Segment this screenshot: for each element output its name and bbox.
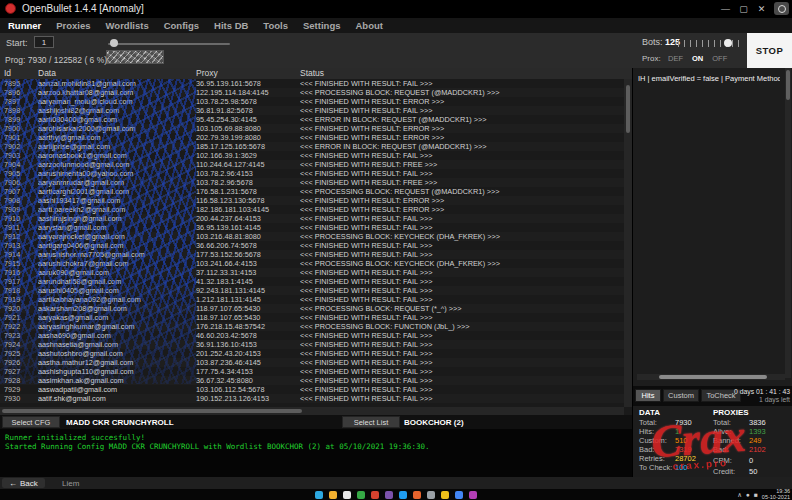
tray-clock[interactable]: 19:36 05-10-2021: [762, 489, 790, 500]
proxy-mode-option[interactable]: ON: [692, 54, 703, 63]
taskbar-app-icon[interactable]: [329, 491, 337, 499]
start-slider[interactable]: [108, 43, 230, 45]
taskbar-app-icon[interactable]: [385, 491, 393, 499]
result-row[interactable]: 7916 aaruk090@gmail.com 37.112.33.31:415…: [0, 268, 624, 277]
result-row[interactable]: 7897 aaryaman_molu@icloud.com 103.78.25.…: [0, 97, 624, 106]
close-button[interactable]: ✕: [753, 0, 770, 18]
result-row[interactable]: 7930 aatif.shk@gmail.com 190.152.213.126…: [0, 394, 624, 403]
result-row[interactable]: 7911 aarystan@gmail.com 36.95.139.161:41…: [0, 223, 624, 232]
result-row[interactable]: 7920 aakarsham208@gmail.com 118.97.107.6…: [0, 304, 624, 313]
result-row[interactable]: 7895 aanzal.mohidin81@gmail.com 36.95.13…: [0, 79, 624, 88]
column-header-proxy[interactable]: Proxy: [196, 68, 218, 79]
menu-item[interactable]: Configs: [164, 20, 199, 31]
menu-item[interactable]: About: [355, 20, 382, 31]
result-row[interactable]: 7927 aashishgupta110@gmail.com 177.75.4.…: [0, 367, 624, 376]
result-row[interactable]: 7900 aarohisarkar2000@gmail.com 103.105.…: [0, 124, 624, 133]
result-row[interactable]: 7899 aarti080400@gmail.com 95.45.254.30:…: [0, 115, 624, 124]
vertical-scrollbar[interactable]: [624, 79, 632, 407]
row-id: 7928: [4, 376, 34, 385]
taskbar-app-icon[interactable]: [371, 491, 379, 499]
taskbar-app-icon[interactable]: [357, 491, 365, 499]
row-data-email: aartigarg0406@gmail.com: [38, 241, 193, 250]
proxy-mode-option[interactable]: DEF: [668, 54, 683, 63]
taskbar-app-icon[interactable]: [399, 491, 407, 499]
stop-button[interactable]: STOP: [747, 33, 792, 68]
hits-tab[interactable]: Hits: [635, 389, 661, 402]
result-row[interactable]: 7921 aaryakas@gmail.com 118.97.107.65:54…: [0, 313, 624, 322]
taskbar-app-icon[interactable]: [455, 491, 463, 499]
column-header-status[interactable]: Status: [300, 68, 324, 79]
proxy-mode-option[interactable]: OFF: [712, 54, 727, 63]
row-proxy: 36.67.32.45:8080: [196, 376, 296, 385]
column-header-data[interactable]: Data: [38, 68, 56, 79]
result-row[interactable]: 7926 aastha.mathur12@gmail.com 103.87.23…: [0, 358, 624, 367]
result-row[interactable]: 7929 aaswadpatil@gmail.com 103.106.112.5…: [0, 385, 624, 394]
result-row[interactable]: 7910 aashirajsingh@gmail.com 200.44.237.…: [0, 214, 624, 223]
maximize-button[interactable]: ▢: [735, 0, 752, 18]
result-row[interactable]: 7922 aaryasinghkumar@gmail.com 176.218.1…: [0, 322, 624, 331]
bots-slider-thumb[interactable]: [724, 39, 732, 47]
taskbar-app-icon[interactable]: [413, 491, 421, 499]
taskbar-app-icon[interactable]: [441, 491, 449, 499]
hit-capture-text[interactable]: IH | emailVerified = false | Payment Met…: [638, 74, 780, 83]
result-row[interactable]: 7914 aarushishor.ma7705@gmail.com 177.53…: [0, 250, 624, 259]
hits-vscroll-thumb[interactable]: [786, 70, 790, 100]
hits-horizontal-scrollbar[interactable]: [637, 374, 785, 380]
start-slider-thumb[interactable]: [110, 39, 118, 47]
tray-icon[interactable]: ■: [754, 489, 758, 500]
tray-date: 05-10-2021: [762, 495, 790, 500]
runner-log[interactable]: Runner initialized succesfully!Started R…: [0, 429, 632, 477]
menu-item[interactable]: Hits DB: [214, 20, 248, 31]
result-row[interactable]: 7901 aarthyj@gmail.com 202.79.39.199:808…: [0, 133, 624, 142]
result-row[interactable]: 7919 aartikabhayana092@gmail.com 1.212.1…: [0, 295, 624, 304]
result-row[interactable]: 7924 aashnasetia@gmail.com 36.91.136.10:…: [0, 340, 624, 349]
hits-hscroll-thumb[interactable]: [659, 375, 767, 379]
menu-item[interactable]: Tools: [263, 20, 288, 31]
start-input[interactable]: [34, 36, 54, 48]
result-row[interactable]: 7898 aashijoshi82@gmail.com 36.81.91.82:…: [0, 106, 624, 115]
taskbar-app-icon[interactable]: [469, 491, 477, 499]
taskbar-app-icon[interactable]: [315, 491, 323, 499]
result-row[interactable]: 7918 aarushi0405@gmail.com 92.243.181.13…: [0, 286, 624, 295]
result-row[interactable]: 7923 aasha690@gmail.com 46.60.203.42:567…: [0, 331, 624, 340]
result-row[interactable]: 7907 aarticarghi2001@gmail.com 176.58.1.…: [0, 187, 624, 196]
row-status: <<< PROCESSING BLOCK: REQUEST (@MADDCKR1…: [300, 187, 622, 196]
row-id: 7925: [4, 349, 34, 358]
result-row[interactable]: 7928 aasimkhan.ak@gmail.com 36.67.32.45:…: [0, 376, 624, 385]
result-row[interactable]: 7913 aartigarg0406@gmail.com 36.66.206.7…: [0, 241, 624, 250]
menu-item[interactable]: Runner: [8, 20, 41, 31]
result-row[interactable]: 7902 aartijprise@gmail.com 185.17.125.16…: [0, 142, 624, 151]
menu-item[interactable]: Wordlists: [106, 20, 149, 31]
horizontal-scrollbar-thumb[interactable]: [2, 409, 302, 413]
back-button[interactable]: ← Back: [2, 478, 45, 488]
hits-tab[interactable]: Custom: [663, 389, 699, 402]
camera-icon[interactable]: [774, 2, 789, 15]
taskbar-app-icon[interactable]: [427, 491, 435, 499]
result-row[interactable]: 7906 aaryanmrudar@gmail.com 103.78.2.96:…: [0, 178, 624, 187]
result-row[interactable]: 7903 aaromasbook1@gmail.com 102.166.39.1…: [0, 151, 624, 160]
result-row[interactable]: 7896 aarzoo.khattar08@gmail.com 122.195.…: [0, 88, 624, 97]
select-list-button[interactable]: Select List: [342, 416, 400, 428]
menu-item[interactable]: Proxies: [56, 20, 90, 31]
result-row[interactable]: 7917 aarundhati58@gmail.com 41.32.183.1:…: [0, 277, 624, 286]
result-row[interactable]: 7904 aarzoofunmood@gmail.com 110.244.64.…: [0, 160, 624, 169]
horizontal-scrollbar[interactable]: [0, 407, 624, 415]
bots-slider[interactable]: [678, 40, 744, 47]
column-header-id[interactable]: Id: [4, 68, 11, 79]
select-cfg-button[interactable]: Select CFG: [2, 416, 60, 428]
minimize-button[interactable]: —: [717, 0, 734, 18]
tray-icon[interactable]: ●: [746, 489, 750, 500]
vertical-scrollbar-thumb[interactable]: [626, 85, 630, 133]
result-row[interactable]: 7909 aarti.pareekh2@gmail.com 182.186.18…: [0, 205, 624, 214]
result-row[interactable]: 7915 aarushichokra7@gmail.com 103.241.66…: [0, 259, 624, 268]
result-row[interactable]: 7908 aashi193417@gmail.com 116.58.123.13…: [0, 196, 624, 205]
result-row[interactable]: 7905 aarushimehta00@yahoo.com 103.78.2.9…: [0, 169, 624, 178]
result-row[interactable]: 7912 aaryarajrocket@gmail.com 103.216.48…: [0, 232, 624, 241]
tray-icon[interactable]: ∧: [737, 489, 742, 500]
row-data-email: aarundhati58@gmail.com: [38, 277, 193, 286]
taskbar-app-icon[interactable]: [343, 491, 351, 499]
hits-vertical-scrollbar[interactable]: [785, 68, 791, 378]
results-list[interactable]: 7895 aanzal.mohidin81@gmail.com 36.95.13…: [0, 79, 624, 407]
result-row[interactable]: 7925 aashutoshbro@gmail.com 201.252.43.2…: [0, 349, 624, 358]
menu-item[interactable]: Settings: [303, 20, 340, 31]
